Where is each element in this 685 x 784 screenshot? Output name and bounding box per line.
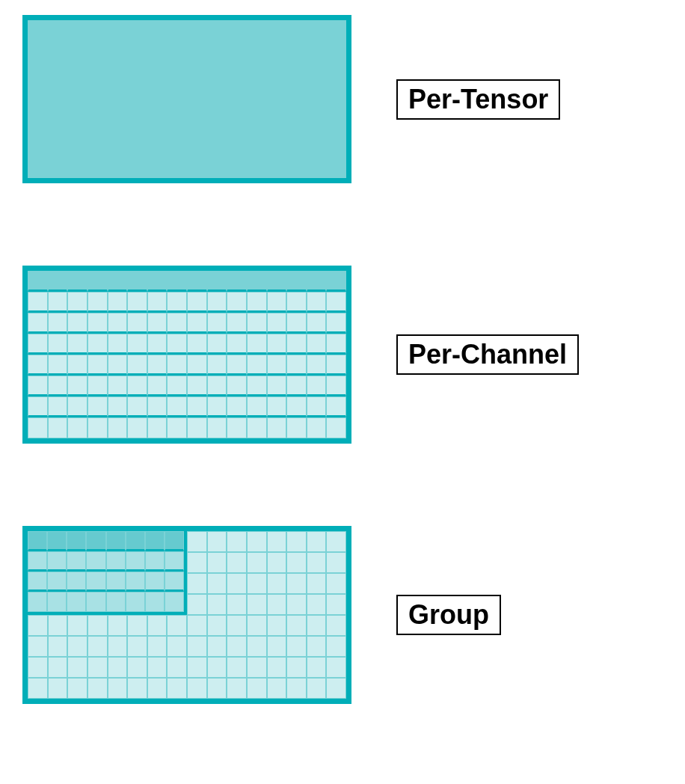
row-per-channel: Per-Channel xyxy=(22,266,670,444)
row-per-tensor: Per-Tensor xyxy=(22,15,670,183)
group-label: Group xyxy=(396,595,501,635)
group-subblock xyxy=(28,531,187,615)
row-group: Group xyxy=(22,526,670,704)
per-channel-label: Per-Channel xyxy=(396,334,579,375)
per-tensor-diagram xyxy=(22,15,351,183)
per-tensor-label: Per-Tensor xyxy=(396,79,560,120)
group-diagram xyxy=(22,526,351,704)
per-channel-grid xyxy=(28,271,346,438)
per-channel-diagram xyxy=(22,266,351,444)
